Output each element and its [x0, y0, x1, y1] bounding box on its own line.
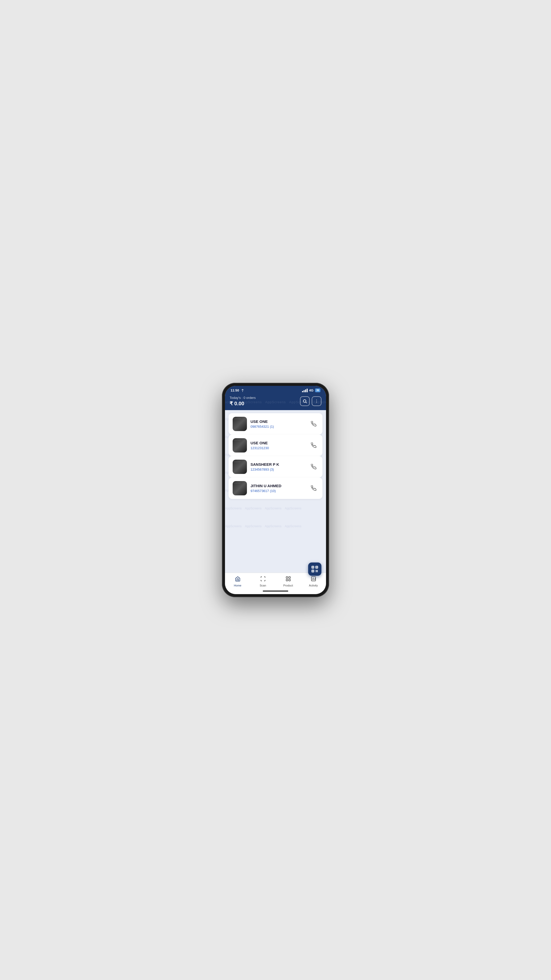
customer-name: USE ONE	[251, 419, 306, 424]
time-display: 11:50	[230, 388, 239, 392]
network-type: 4G	[309, 388, 313, 392]
customer-avatar: AppScr	[233, 438, 247, 452]
nav-scan[interactable]: Scan	[250, 575, 275, 588]
customer-avatar: AppScr	[233, 460, 247, 474]
phone-frame: 11:50 4G 36 AppScreens AppScreens AppScr…	[222, 383, 329, 597]
customer-avatar: AppScr	[233, 481, 247, 495]
svg-rect-14	[316, 571, 317, 572]
scan-icon	[260, 576, 266, 583]
svg-rect-13	[317, 570, 318, 571]
nav-activity-label: Activity	[309, 584, 318, 587]
customer-info: JITHIN U AHMED 9746573617 (10)	[251, 484, 306, 493]
call-button[interactable]	[309, 484, 318, 493]
svg-line-1	[306, 402, 306, 403]
header-actions	[300, 396, 321, 406]
svg-rect-12	[316, 570, 317, 571]
nav-product[interactable]: Product	[275, 575, 301, 588]
customer-phone: 1234567893 (3)	[251, 468, 306, 471]
app-header: AppScreens AppScreens AppScreens AppScre…	[225, 394, 326, 410]
svg-point-2	[316, 400, 317, 400]
customer-card[interactable]: AppScr JITHIN U AHMED 9746573617 (10)	[229, 477, 322, 499]
svg-rect-9	[316, 567, 318, 568]
nav-product-label: Product	[283, 584, 293, 587]
call-button[interactable]	[309, 462, 318, 471]
phone-screen: 11:50 4G 36 AppScreens AppScreens AppScr…	[225, 386, 326, 594]
signal-icon	[302, 389, 308, 392]
home-icon	[235, 576, 241, 583]
status-indicators: 4G 36	[302, 388, 321, 392]
call-button[interactable]	[309, 441, 318, 450]
customer-phone: 9746573617 (10)	[251, 489, 306, 493]
svg-rect-16	[286, 577, 287, 578]
customer-info: SANSHEER P K 1234567893 (3)	[251, 462, 306, 471]
svg-point-4	[316, 402, 317, 403]
activity-icon	[311, 576, 316, 583]
nav-scan-label: Scan	[260, 584, 266, 587]
home-indicator	[225, 589, 326, 594]
customer-phone: 0987654321 (1)	[251, 425, 306, 428]
customer-list: AppScr USE ONE 0987654321 (1) AppScr USE…	[229, 413, 322, 499]
nav-home-label: Home	[234, 584, 241, 587]
orders-today: Today's : 0 orders	[230, 396, 256, 400]
status-time: 11:50	[230, 388, 245, 392]
product-icon	[286, 576, 291, 583]
nav-home[interactable]: Home	[225, 575, 250, 588]
customer-name: SANSHEER P K	[251, 462, 306, 466]
customer-phone: 1231231230	[251, 446, 306, 450]
svg-rect-18	[286, 579, 287, 581]
svg-rect-8	[313, 567, 313, 568]
svg-rect-17	[289, 577, 290, 578]
nav-activity[interactable]: Activity	[301, 575, 326, 588]
customer-info: USE ONE 0987654321 (1)	[251, 419, 306, 428]
header-info: Today's : 0 orders ₹ 0.00	[230, 396, 256, 407]
customer-avatar: AppScr	[233, 417, 247, 431]
svg-rect-15	[317, 571, 318, 572]
status-bar: 11:50 4G 36	[225, 386, 326, 394]
customer-card[interactable]: AppScr USE ONE 0987654321 (1)	[229, 413, 322, 434]
battery-indicator: 36	[315, 388, 321, 392]
search-button[interactable]	[300, 396, 310, 406]
more-options-button[interactable]	[312, 396, 321, 406]
call-button[interactable]	[309, 419, 318, 428]
total-amount: ₹ 0.00	[230, 401, 256, 407]
qr-scan-fab[interactable]	[308, 563, 321, 576]
svg-rect-19	[289, 579, 290, 581]
svg-rect-10	[313, 571, 313, 572]
content-area: AppScreens AppScreens AppScreens AppScre…	[225, 410, 326, 573]
svg-point-3	[316, 401, 317, 401]
customer-name: USE ONE	[251, 441, 306, 445]
home-bar	[263, 590, 288, 592]
customer-info: USE ONE 1231231230	[251, 441, 306, 450]
customer-name: JITHIN U AHMED	[251, 484, 306, 488]
svg-point-0	[303, 400, 306, 402]
customer-card[interactable]: AppScr USE ONE 1231231230	[229, 434, 322, 456]
customer-card[interactable]: AppScr SANSHEER P K 1234567893 (3)	[229, 456, 322, 477]
